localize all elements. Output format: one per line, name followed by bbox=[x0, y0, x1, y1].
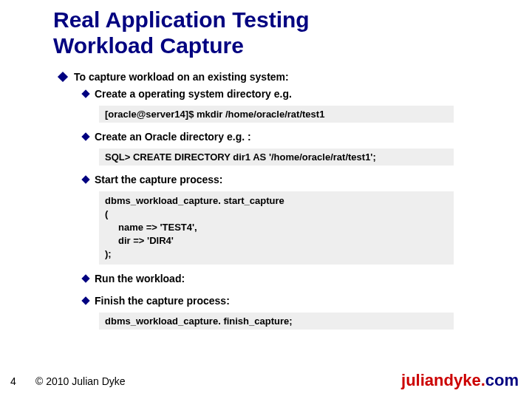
site-part-2: com bbox=[485, 371, 519, 389]
diamond-bullet-icon bbox=[81, 132, 89, 140]
slide-title: Real Application Testing Workload Captur… bbox=[53, 7, 310, 58]
site-part-1: juliandyke. bbox=[401, 371, 485, 389]
bullet-sub-5: Finish the capture process: bbox=[83, 294, 495, 308]
slide-content: To capture workload on an existing syste… bbox=[59, 70, 495, 337]
slide: Real Application Testing Workload Captur… bbox=[0, 0, 532, 399]
site-url: juliandyke.com bbox=[401, 371, 519, 390]
bullet-sub-4-text: Run the workload: bbox=[95, 272, 185, 286]
bullet-sub-4: Run the workload: bbox=[83, 272, 495, 286]
title-line-2: Workload Capture bbox=[53, 33, 244, 58]
diamond-bullet-icon bbox=[58, 72, 68, 82]
bullet-sub-3: Start the capture process: bbox=[83, 173, 495, 187]
code-block-3: dbms_workload_capture. start_capture ( n… bbox=[99, 191, 454, 265]
code-block-5: dbms_workload_capture. finish_capture; bbox=[99, 313, 454, 330]
diamond-bullet-icon bbox=[81, 297, 89, 305]
copyright-text: © 2010 Julian Dyke bbox=[35, 375, 126, 387]
title-line-1: Real Application Testing bbox=[53, 7, 310, 32]
diamond-bullet-icon bbox=[81, 274, 89, 282]
bullet-main: To capture workload on an existing syste… bbox=[59, 70, 495, 84]
diamond-bullet-icon bbox=[81, 89, 89, 98]
page-number: 4 bbox=[10, 375, 16, 387]
bullet-sub-5-text: Finish the capture process: bbox=[95, 294, 230, 308]
code-block-2: SQL> CREATE DIRECTORY dir1 AS '/home/ora… bbox=[99, 149, 454, 166]
diamond-bullet-icon bbox=[81, 175, 89, 183]
bullet-main-text: To capture workload on an existing syste… bbox=[74, 70, 289, 84]
bullet-sub-3-text: Start the capture process: bbox=[95, 173, 223, 187]
bullet-sub-1: Create a operating system directory e.g. bbox=[83, 87, 495, 101]
bullet-sub-1-text: Create a operating system directory e.g. bbox=[95, 87, 292, 101]
code-block-1: [oracle@server14]$ mkdir /home/oracle/ra… bbox=[99, 106, 454, 123]
bullet-sub-2: Create an Oracle directory e.g. : bbox=[83, 130, 495, 144]
spacer bbox=[59, 288, 495, 294]
bullet-sub-2-text: Create an Oracle directory e.g. : bbox=[95, 130, 251, 144]
